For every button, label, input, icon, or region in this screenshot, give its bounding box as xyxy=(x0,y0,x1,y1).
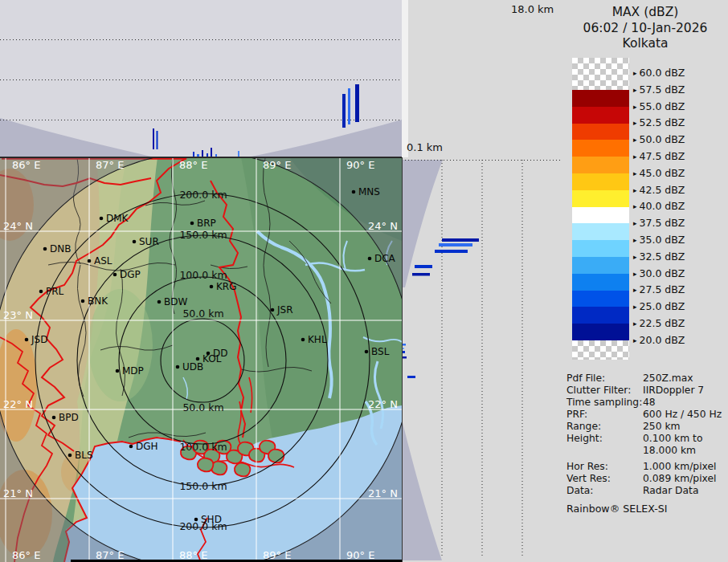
dbz-scale-label: ▸32.5 dBZ xyxy=(633,250,685,263)
svg-text:21° N: 21° N xyxy=(368,487,398,499)
metadata-value: 250 km xyxy=(643,421,680,432)
dbz-band xyxy=(572,223,629,240)
dbz-band xyxy=(572,291,629,307)
svg-text:JSR: JSR xyxy=(276,304,293,316)
metadata-row: Range:250 km xyxy=(566,421,727,433)
tick-arrow-icon: ▸ xyxy=(633,103,637,111)
svg-text:150.0 km: 150.0 km xyxy=(179,480,227,492)
svg-text:DMK: DMK xyxy=(106,213,129,224)
dbz-band xyxy=(572,274,629,291)
tick-arrow-icon: ▸ xyxy=(633,320,637,328)
dbz-band xyxy=(572,257,629,274)
radar-map-canvas: 86° E86° E87° E87° E88° E88° E89° E89° E… xyxy=(0,157,402,562)
tick-arrow-icon: ▸ xyxy=(633,236,637,244)
metadata-key: Clutter Filter: xyxy=(566,385,643,397)
tick-arrow-icon: ▸ xyxy=(633,303,637,311)
svg-text:BDW: BDW xyxy=(164,296,187,307)
radar-echoes-right-panel xyxy=(402,238,479,378)
metadata-row: Time sampling:48 xyxy=(566,397,727,409)
dbz-scale-label: ▸57.5 dBZ xyxy=(633,83,685,96)
metadata-value: Radar Data xyxy=(643,485,698,496)
svg-text:89° E: 89° E xyxy=(263,159,291,171)
svg-text:24° N: 24° N xyxy=(368,220,398,232)
svg-text:BLS: BLS xyxy=(75,450,93,461)
metadata-row: Height:0.100 km to xyxy=(566,433,727,445)
svg-text:86° E: 86° E xyxy=(12,549,40,561)
svg-text:22° N: 22° N xyxy=(3,398,33,410)
product-title-block: MAX (dBZ) 06:02 / 10-Jan-2026 Kolkata xyxy=(562,5,728,52)
svg-text:86° E: 86° E xyxy=(12,159,40,171)
right-side-projection-panel xyxy=(402,157,567,562)
top-side-projection-panel xyxy=(0,0,402,157)
svg-text:23° N: 23° N xyxy=(3,309,33,321)
dbz-band xyxy=(572,207,629,224)
svg-text:88° E: 88° E xyxy=(179,159,207,171)
tick-arrow-icon: ▸ xyxy=(633,202,637,210)
svg-text:KRG: KRG xyxy=(216,281,237,292)
top-side-projection-canvas xyxy=(0,0,402,157)
svg-text:DNB: DNB xyxy=(50,243,71,255)
metadata-key: Hor Res: xyxy=(566,461,643,473)
svg-text:JSD: JSD xyxy=(31,334,47,345)
svg-text:24° N: 24° N xyxy=(3,220,33,232)
panel-separator xyxy=(402,0,408,157)
metadata-row: Vert Res:0.089 km/pixel xyxy=(566,473,727,485)
dbz-scale-label: ▸27.5 dBZ xyxy=(633,283,685,296)
out-of-range-wedge-top xyxy=(402,160,443,287)
svg-text:DGP: DGP xyxy=(120,269,141,280)
dbz-scale-label: ▸22.5 dBZ xyxy=(633,317,685,330)
dbz-band xyxy=(572,240,629,257)
metadata-key: Pdf File: xyxy=(566,373,643,385)
metadata-value: 1.000 km/pixel xyxy=(643,461,716,472)
dbz-scale-label: ▸30.0 dBZ xyxy=(633,267,685,280)
tick-arrow-icon: ▸ xyxy=(633,119,637,127)
dbz-scale-label: ▸25.0 dBZ xyxy=(633,300,685,313)
metadata-row: Data:Radar Data xyxy=(566,485,727,497)
svg-text:KHL: KHL xyxy=(308,334,327,345)
svg-text:KOL: KOL xyxy=(202,353,222,364)
svg-text:90° E: 90° E xyxy=(346,549,374,561)
svg-text:200.0 km: 200.0 km xyxy=(179,189,227,201)
metadata-key: Vert Res: xyxy=(566,473,643,485)
product-datetime: 06:02 / 10-Jan-2026 xyxy=(562,21,728,37)
svg-text:87° E: 87° E xyxy=(96,549,124,561)
dbz-band xyxy=(572,157,629,173)
metadata-value: 48 xyxy=(643,397,656,408)
product-station: Kolkata xyxy=(562,36,728,52)
out-of-range-wedge-bottom xyxy=(402,419,442,560)
tick-arrow-icon: ▸ xyxy=(633,169,637,177)
tick-arrow-icon: ▸ xyxy=(633,69,637,77)
svg-text:87° E: 87° E xyxy=(96,159,124,171)
dbz-band xyxy=(572,107,629,124)
svg-text:BNK: BNK xyxy=(88,295,108,307)
svg-text:BRP: BRP xyxy=(197,218,216,229)
dbz-scale-label: ▸60.0 dBZ xyxy=(633,67,685,79)
svg-text:MNS: MNS xyxy=(358,186,380,198)
dbz-scale-label: ▸52.5 dBZ xyxy=(633,116,685,129)
metadata-value: 18.000 km xyxy=(643,445,696,456)
metadata-value: 0.089 km/pixel xyxy=(643,473,716,484)
svg-text:PRL: PRL xyxy=(46,286,64,297)
metadata-row: Hor Res:1.000 km/pixel xyxy=(566,461,727,473)
tick-arrow-icon: ▸ xyxy=(633,186,637,194)
svg-text:50.0 km: 50.0 km xyxy=(182,401,223,413)
svg-text:150.0 km: 150.0 km xyxy=(179,229,227,241)
svg-text:BPD: BPD xyxy=(59,412,79,423)
tick-arrow-icon: ▸ xyxy=(633,336,637,344)
dbz-scale-label: ▸35.0 dBZ xyxy=(633,234,685,246)
dbz-scale-label: ▸42.5 dBZ xyxy=(633,184,685,197)
tick-arrow-icon: ▸ xyxy=(633,219,637,227)
radar-display-root: { "title": { "product": "MAX (dBZ)", "da… xyxy=(0,0,728,562)
metadata-row: Pdf File:250Z.max xyxy=(566,373,727,385)
svg-text:MDP: MDP xyxy=(122,365,144,377)
svg-text:21° N: 21° N xyxy=(3,487,33,499)
svg-text:88° E: 88° E xyxy=(179,549,207,561)
svg-text:100.0 km: 100.0 km xyxy=(179,441,227,453)
height-axis-max-label: 18.0 km xyxy=(511,3,554,15)
metadata-value: 600 Hz / 450 Hz xyxy=(643,409,722,420)
metadata-key: Time sampling: xyxy=(566,397,643,409)
radar-map-panel: 86° E86° E87° E87° E88° E88° E89° E89° E… xyxy=(0,157,402,562)
transparent-band xyxy=(572,58,629,90)
metadata-key: Data: xyxy=(566,485,643,497)
transparent-band xyxy=(572,340,629,360)
